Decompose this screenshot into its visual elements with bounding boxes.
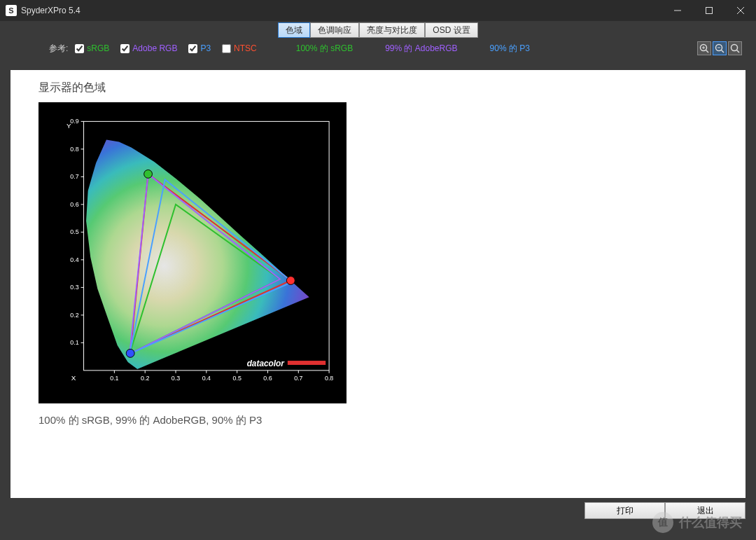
- svg-text:0.2: 0.2: [70, 312, 78, 319]
- ref-srgb-label: sRGB: [87, 43, 109, 53]
- minimize-icon: [674, 7, 681, 14]
- section-title: 显示器的色域: [38, 81, 718, 95]
- ref-adobergb-label: Adobe RGB: [132, 43, 177, 53]
- gamut-chart: 0.10.20.30.40.50.60.70.80.10.20.30.40.50…: [38, 102, 346, 403]
- svg-text:0.5: 0.5: [70, 228, 78, 235]
- ref-ntsc[interactable]: NTSC: [222, 43, 257, 53]
- watermark: 值 什么值得买: [652, 512, 742, 533]
- app-logo: S: [6, 5, 17, 16]
- window-title: SpyderXPro 5.4: [21, 6, 80, 15]
- svg-text:0.4: 0.4: [202, 375, 211, 382]
- zoom-in-button[interactable]: [697, 41, 711, 55]
- svg-text:0.3: 0.3: [172, 375, 180, 382]
- gamut-chart-svg: 0.10.20.30.40.50.60.70.80.10.20.30.40.50…: [59, 113, 336, 393]
- minimize-button[interactable]: [662, 0, 693, 21]
- stat-srgb: 100% 的 sRGB: [296, 43, 353, 55]
- svg-text:0.8: 0.8: [70, 146, 78, 153]
- svg-text:0.8: 0.8: [325, 375, 333, 382]
- svg-point-54: [286, 277, 295, 285]
- svg-text:0.1: 0.1: [110, 375, 118, 382]
- ref-adobergb[interactable]: Adobe RGB: [120, 43, 177, 53]
- svg-text:0.9: 0.9: [70, 118, 78, 125]
- ref-srgb[interactable]: sRGB: [75, 43, 109, 53]
- ref-p3-label: P3: [200, 43, 211, 53]
- zoom-out-icon: [715, 43, 724, 53]
- svg-text:X: X: [71, 374, 76, 382]
- maximize-button[interactable]: [693, 0, 724, 21]
- summary-line: 100% 的 sRGB, 99% 的 AdobeRGB, 90% 的 P3: [38, 414, 718, 427]
- svg-text:0.2: 0.2: [141, 375, 149, 382]
- svg-line-5: [706, 50, 709, 53]
- svg-text:0.3: 0.3: [70, 284, 78, 291]
- svg-text:Y: Y: [66, 122, 71, 130]
- ref-p3-checkbox[interactable]: [188, 44, 197, 53]
- svg-text:0.7: 0.7: [70, 173, 78, 180]
- zoom-in-icon: [699, 43, 709, 53]
- svg-point-56: [126, 349, 134, 357]
- svg-text:datacolor: datacolor: [247, 359, 286, 368]
- close-button[interactable]: [724, 0, 756, 21]
- tab-bar: 色域 色调响应 亮度与对比度 OSD 设置: [0, 21, 756, 39]
- svg-text:0.6: 0.6: [263, 375, 272, 382]
- stat-p3: 90% 的 P3: [490, 43, 530, 55]
- svg-text:0.4: 0.4: [70, 256, 78, 263]
- ref-p3[interactable]: P3: [188, 43, 211, 53]
- tab-brightness-contrast[interactable]: 亮度与对比度: [359, 22, 425, 38]
- reference-label: 参考:: [49, 43, 68, 55]
- zoom-out-button[interactable]: [713, 41, 727, 55]
- stat-adobergb: 99% 的 AdobeRGB: [385, 43, 457, 55]
- svg-point-55: [144, 170, 153, 179]
- tab-gamut[interactable]: 色域: [278, 22, 310, 38]
- watermark-text: 什么值得买: [679, 514, 742, 531]
- ref-srgb-checkbox[interactable]: [75, 44, 84, 53]
- ref-adobergb-checkbox[interactable]: [120, 44, 130, 53]
- reference-row: 参考: sRGB Adobe RGB P3 NTSC 100% 的 sRGB 9…: [0, 39, 756, 57]
- watermark-badge-icon: 值: [652, 512, 673, 533]
- close-icon: [737, 7, 744, 14]
- svg-text:0.1: 0.1: [70, 339, 78, 346]
- svg-text:0.7: 0.7: [294, 375, 302, 382]
- tab-tone-response[interactable]: 色调响应: [310, 22, 359, 38]
- svg-rect-1: [706, 8, 712, 14]
- svg-text:0.5: 0.5: [232, 375, 241, 382]
- zoom-fit-icon: [730, 43, 740, 53]
- title-bar: S SpyderXPro 5.4: [0, 0, 756, 21]
- zoom-fit-button[interactable]: [728, 41, 742, 55]
- maximize-icon: [706, 7, 713, 14]
- ref-ntsc-checkbox[interactable]: [222, 44, 231, 53]
- svg-line-9: [722, 50, 724, 53]
- tab-osd-settings[interactable]: OSD 设置: [425, 22, 477, 38]
- svg-point-11: [732, 45, 738, 51]
- svg-rect-58: [288, 361, 326, 365]
- svg-line-12: [737, 50, 740, 53]
- svg-text:0.6: 0.6: [70, 201, 78, 208]
- ref-ntsc-label: NTSC: [234, 43, 257, 53]
- content-area[interactable]: 显示器的色域 0.10.20.30.40.50.60.70.80.10.20.3…: [10, 70, 746, 498]
